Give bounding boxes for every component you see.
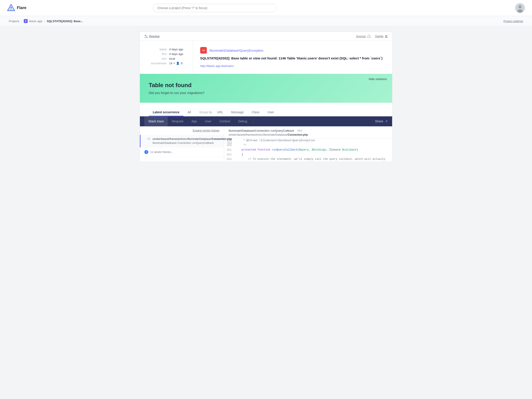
line-content-649: * @throws \Illuminate\Database\QueryExce…	[235, 138, 392, 143]
error-detail: 🛩 Illuminate\Database\QueryException SQL…	[193, 41, 392, 74]
svg-point-4	[519, 5, 522, 8]
breadcrumb-sep-1: ›	[21, 19, 22, 23]
stack-frames: Expand vendor frames 62 vendor/laravel/f…	[140, 126, 224, 162]
error-meta: latest 4 days ago first 4 days ago env l…	[140, 41, 193, 74]
breadcrumb-sep-2: ›	[44, 19, 45, 23]
logo-icon	[7, 4, 15, 12]
project-badge: F	[24, 19, 28, 23]
line-number-652: 652	[224, 152, 235, 157]
share-label: Share	[375, 120, 383, 123]
resolve-label: Resolve	[149, 35, 160, 38]
breadcrumb-projects[interactable]: Projects	[9, 19, 19, 23]
share-button[interactable]: Share ↗	[375, 120, 388, 123]
line-number-651: 651	[224, 148, 235, 152]
exception-url[interactable]: http://titanic.app.test/users	[200, 64, 234, 68]
vendor-expand-icon[interactable]: +	[144, 150, 148, 154]
person-icon: •	[174, 62, 175, 65]
code-header: Illuminate\Database\Connection::runQuery…	[224, 126, 392, 138]
debug-tab-request[interactable]: Request	[168, 116, 187, 126]
svg-marker-2	[10, 6, 12, 8]
tab-all[interactable]: All	[184, 108, 195, 116]
tab-divider	[253, 119, 253, 124]
line-content-652: {	[235, 152, 392, 157]
debug-tab-context[interactable]: Context	[215, 116, 234, 126]
env-label: env	[145, 56, 169, 61]
hide-solutions-button[interactable]: Hide solutions	[369, 77, 387, 81]
avatar[interactable]	[515, 3, 525, 13]
breadcrumb-current: SQLSTATE[42S02]: Base...	[47, 19, 83, 23]
resolve-button[interactable]: 🔧 Resolve	[144, 35, 160, 38]
code-line-num: :664	[297, 129, 302, 132]
stack-trace-content: Expand vendor frames 62 vendor/laravel/f…	[140, 126, 392, 162]
line-content-651: protected function runQueryCallback($que…	[235, 148, 392, 152]
breadcrumb-project-name[interactable]: titanic.app	[29, 19, 42, 23]
solution-description: Did you forget to run your migrations?	[149, 91, 383, 95]
latest-label: latest	[145, 47, 169, 52]
latest-value: 4 days ago	[169, 47, 188, 52]
occurrences-label: occurrences	[145, 61, 169, 66]
app-name: Flare	[17, 6, 26, 10]
clock-icon: 🕐	[367, 35, 371, 38]
vendor-frames-item[interactable]: + 11 vendor frames...	[140, 147, 224, 157]
code-line-652: 652 {	[224, 152, 392, 157]
tab-latest-occurrence[interactable]: Latest occurrence	[149, 108, 184, 116]
tab-user[interactable]: User	[264, 108, 278, 116]
occurrence-tabs-wrapper: Latest occurrence All Group by URL Messa…	[140, 103, 392, 116]
delete-button[interactable]: Delete 🗑	[375, 35, 388, 38]
tab-url[interactable]: URL	[213, 108, 227, 116]
trash-icon: 🗑	[385, 35, 388, 38]
line-content-650: */	[235, 143, 392, 148]
code-line-651: 651 protected function runQueryCallback(…	[224, 148, 392, 152]
debug-tabs: Stack trace Request App User Context Deb…	[140, 116, 392, 126]
exception-message: SQLSTATE[42S02]: Base table or view not …	[200, 56, 385, 61]
debug-tab-debug[interactable]: Debug	[234, 116, 251, 126]
expand-vendor-frames-link[interactable]: Expand vendor frames	[140, 126, 224, 135]
first-value: 4 days ago	[169, 52, 188, 56]
project-settings-link[interactable]: Project settings	[503, 19, 523, 23]
share-icon: ↗	[385, 120, 388, 123]
person-icon: 👤	[176, 62, 180, 65]
debug-tabs-wrapper: Stack trace Request App User Context Deb…	[140, 116, 392, 126]
wrench-icon: 🔧	[144, 35, 148, 38]
logo[interactable]: Flare	[7, 4, 26, 12]
occurrences-count: 14	[169, 62, 172, 65]
code-line-653: 653 // To execute the statement, we'll s…	[224, 157, 392, 162]
frame-method: Illuminate\Database\ Connection::runQuer…	[152, 141, 214, 145]
frame-file-path: vendor/laravel/framework/src/Illuminate/…	[152, 137, 212, 140]
search-input[interactable]	[153, 4, 277, 12]
debug-tab-user[interactable]: User	[201, 116, 215, 126]
line-number-653: 653	[224, 157, 235, 162]
env-value: local	[169, 56, 188, 61]
top-navigation: Flare	[0, 0, 532, 16]
action-bar: 🔧 Resolve Snooze 🕐 Delete 🗑	[140, 32, 392, 41]
code-table: 649 * @throws \Illuminate\Database\Query…	[224, 138, 392, 162]
code-line-649: 649 * @throws \Illuminate\Database\Query…	[224, 138, 392, 143]
frame-method-row: Illuminate\Database\ Connection::runQuer…	[152, 141, 232, 145]
code-line-650: 650 */	[224, 143, 392, 148]
debug-tab-stack-trace[interactable]: Stack trace	[144, 116, 168, 126]
search-bar[interactable]	[153, 4, 277, 12]
line-number-649: 649	[224, 138, 235, 143]
exception-type-row: 🛩 Illuminate\Database\QueryException	[200, 47, 385, 54]
debug-tab-app[interactable]: App	[187, 116, 201, 126]
frame-number: 62	[145, 137, 150, 140]
breadcrumb-project: F titanic.app	[24, 19, 42, 23]
tab-class[interactable]: Class	[248, 108, 264, 116]
code-func-text: Illuminate\Database\Connection::runQuery…	[228, 129, 294, 132]
code-file-bold: Connection.php	[288, 133, 308, 136]
avatar-icon	[515, 3, 525, 13]
vendor-frames-label: 11 vendor frames...	[150, 151, 173, 154]
delete-label: Delete	[375, 35, 383, 38]
code-function-name: Illuminate\Database\Connection::runQuery…	[228, 129, 388, 132]
breadcrumb-bar: Projects › F titanic.app › SQLSTATE[42S0…	[0, 16, 532, 26]
snooze-button[interactable]: Snooze 🕐	[356, 35, 371, 38]
code-path-text: vendor/laravel/framework/src/Illuminate/…	[228, 133, 288, 136]
tab-message[interactable]: Message	[227, 108, 248, 116]
exception-class: Illuminate\Database\QueryException	[209, 49, 263, 52]
error-body: latest 4 days ago first 4 days ago env l…	[140, 41, 392, 74]
snooze-label: Snooze	[356, 35, 366, 38]
occurrence-tabs: Latest occurrence All Group by URL Messa…	[140, 103, 392, 116]
svg-point-5	[517, 9, 523, 13]
frame-item-active[interactable]: 62 vendor/laravel/framework/src/Illumina…	[140, 135, 224, 147]
solutions-panel: Hide solutions Table not found Did you f…	[140, 74, 392, 103]
